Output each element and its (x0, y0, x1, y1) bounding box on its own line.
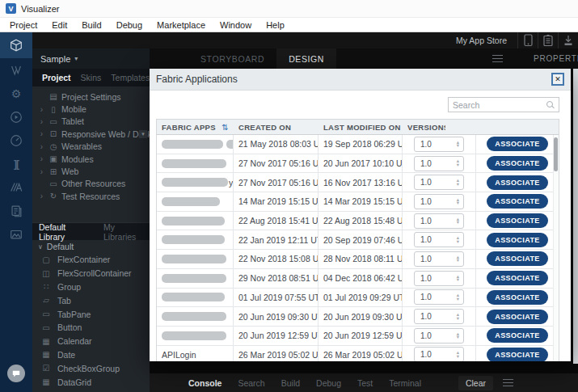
associate-button[interactable]: ASSOCIATE (487, 194, 548, 209)
stepper-arrows-icon[interactable]: ▴▾ (457, 275, 463, 282)
menu-help[interactable]: Help (259, 20, 292, 30)
expand-chevron-icon[interactable]: › (38, 142, 45, 151)
library-group-default[interactable]: ∨ Default (32, 240, 150, 253)
menu-window[interactable]: Window (213, 20, 259, 30)
stepper-arrows-icon[interactable]: ▴▾ (457, 141, 463, 148)
widget-tab[interactable]: ▱Tab (32, 293, 150, 307)
stepper-arrows-icon[interactable]: ▴▾ (457, 332, 463, 339)
column-header-created-on[interactable]: CREATED ON (234, 120, 319, 134)
expand-chevron-icon[interactable]: › (38, 167, 45, 176)
console-menu-icon[interactable] (503, 379, 513, 386)
phone-icon[interactable] (517, 32, 538, 48)
widget-button[interactable]: ▭Button (32, 321, 150, 335)
associate-button[interactable]: ASSOCIATE (487, 251, 548, 266)
stepper-arrows-icon[interactable]: ▴▾ (457, 351, 463, 358)
tab-design[interactable]: DESIGN (276, 48, 336, 69)
menu-marketplace[interactable]: Marketplace (150, 20, 213, 30)
platform-dropdown-icon[interactable]: ▾ (139, 130, 147, 138)
preview-play-icon[interactable] (0, 105, 32, 129)
widget-group[interactable]: ∷Group (32, 280, 150, 294)
menu-edit[interactable]: Edit (44, 20, 74, 30)
visualizer-logo-icon[interactable] (0, 58, 32, 82)
expand-chevron-icon[interactable]: › (38, 117, 45, 126)
stepper-arrows-icon[interactable]: ▴▾ (457, 293, 463, 301)
expand-chevron-icon[interactable]: › (38, 192, 45, 200)
associate-button[interactable]: ASSOCIATE (487, 213, 548, 228)
stepper-arrows-icon[interactable]: ▴▾ (457, 313, 463, 320)
widget-checkboxgroup[interactable]: ☑CheckBoxGroup (32, 361, 150, 375)
download-icon[interactable] (558, 32, 578, 48)
layout-merge-icon[interactable]: ][ (0, 152, 32, 175)
associate-button[interactable]: ASSOCIATE (487, 175, 548, 190)
expand-chevron-icon[interactable]: › (38, 105, 45, 114)
associate-button[interactable]: ASSOCIATE (487, 310, 548, 324)
version-stepper[interactable]: 1.0 ▴▾ (414, 194, 464, 209)
version-stepper[interactable]: 1.0 ▴▾ (414, 347, 464, 361)
chat-bubble-icon[interactable] (7, 365, 25, 382)
scrollbar-thumb[interactable] (554, 137, 558, 171)
widget-tabpane[interactable]: ▭TabPane (32, 307, 150, 321)
tab-skins[interactable]: Skins (76, 73, 107, 82)
version-stepper[interactable]: 1.0 ▴▾ (414, 251, 464, 267)
canvas-menu-icon[interactable] (492, 55, 503, 62)
menu-debug[interactable]: Debug (109, 20, 150, 30)
tree-item-wearables[interactable]: ›◷Wearables (32, 141, 150, 153)
widget-flexscrollcontainer[interactable]: ◫FlexScrollContainer (32, 267, 150, 280)
close-icon[interactable]: ✕ (551, 73, 564, 86)
console-tab-test[interactable]: Test (349, 378, 381, 388)
associate-button[interactable]: ASSOCIATE (487, 290, 548, 305)
associate-button[interactable]: ASSOCIATE (487, 233, 548, 247)
notes-icon[interactable] (0, 199, 32, 222)
settings-gear-icon[interactable]: ⚙ (0, 82, 32, 105)
widget-datagrid[interactable]: ▦DataGrid (32, 375, 150, 389)
stepper-arrows-icon[interactable]: ▴▾ (457, 198, 463, 205)
tree-item-test-resources[interactable]: ›↻Test Resources (32, 190, 150, 202)
widget-flexcontainer[interactable]: ▢FlexContainer (32, 253, 150, 267)
project-selector[interactable]: Sample ▾ (32, 48, 150, 69)
tree-item-responsive-web-desktop[interactable]: ›⊡Responsive Web / Desktop▾ (32, 128, 150, 140)
expand-chevron-icon[interactable]: › (38, 129, 45, 138)
version-stepper[interactable]: 1.0 ▴▾ (414, 271, 464, 286)
column-header-versions[interactable]: VERSIONS (403, 120, 476, 134)
tree-item-other-resources[interactable]: ▭Other Resources (32, 178, 150, 190)
performance-gauge-icon[interactable] (0, 129, 32, 152)
menu-project[interactable]: Project (2, 20, 44, 30)
console-tab-debug[interactable]: Debug (308, 378, 349, 388)
search-input[interactable] (453, 100, 543, 110)
tree-item-mobile[interactable]: ›▯Mobile (32, 103, 150, 115)
tree-item-modules[interactable]: ›▣Modules (32, 153, 150, 165)
version-stepper[interactable]: 1.0 ▴▾ (414, 137, 464, 152)
widget-calendar[interactable]: ▦Calendar (32, 335, 150, 348)
version-stepper[interactable]: 1.0 ▴▾ (414, 328, 464, 344)
tab-default-library[interactable]: Default Library (39, 222, 94, 242)
tab-my-libraries[interactable]: My Libraries (103, 222, 150, 242)
stepper-arrows-icon[interactable]: ▴▾ (457, 159, 463, 166)
version-stepper[interactable]: 1.0 ▴▾ (414, 175, 464, 190)
menu-build[interactable]: Build (74, 20, 108, 30)
column-header-fabric-apps[interactable]: FABRIC APPS ⇅ (157, 120, 234, 134)
sort-icon[interactable]: ⇅ (221, 123, 229, 132)
associate-button[interactable]: ASSOCIATE (487, 328, 548, 343)
console-tab-console[interactable]: Console (180, 378, 230, 388)
clear-button[interactable]: Clear (458, 376, 493, 390)
tree-item-tablet[interactable]: ›▭Tablet (32, 116, 150, 128)
console-tab-search[interactable]: Search (230, 378, 272, 388)
tree-item-web[interactable]: ›⊞Web (32, 165, 150, 177)
widget-date[interactable]: ▦Date (32, 348, 150, 362)
stepper-arrows-icon[interactable]: ▴▾ (457, 179, 463, 186)
version-stepper[interactable]: 1.0 ▴▾ (414, 289, 464, 305)
my-app-store-button[interactable]: My App Store (445, 36, 517, 45)
version-stepper[interactable]: 1.0 ▴▾ (414, 309, 464, 324)
expand-chevron-icon[interactable]: › (38, 154, 45, 163)
assets-image-icon[interactable] (0, 222, 32, 246)
tree-item-project-settings[interactable]: ▤Project Settings (32, 91, 150, 103)
associate-button[interactable]: ASSOCIATE (487, 271, 548, 285)
version-stepper[interactable]: 1.0 ▴▾ (414, 213, 464, 229)
skins-icon[interactable] (0, 175, 32, 199)
tab-templates[interactable]: Templates (106, 73, 150, 82)
stepper-arrows-icon[interactable]: ▴▾ (457, 217, 463, 225)
console-tab-terminal[interactable]: Terminal (381, 378, 429, 388)
version-stepper[interactable]: 1.0 ▴▾ (414, 232, 464, 247)
table-scrollbar[interactable] (553, 135, 559, 361)
tab-project[interactable]: Project (37, 73, 76, 82)
